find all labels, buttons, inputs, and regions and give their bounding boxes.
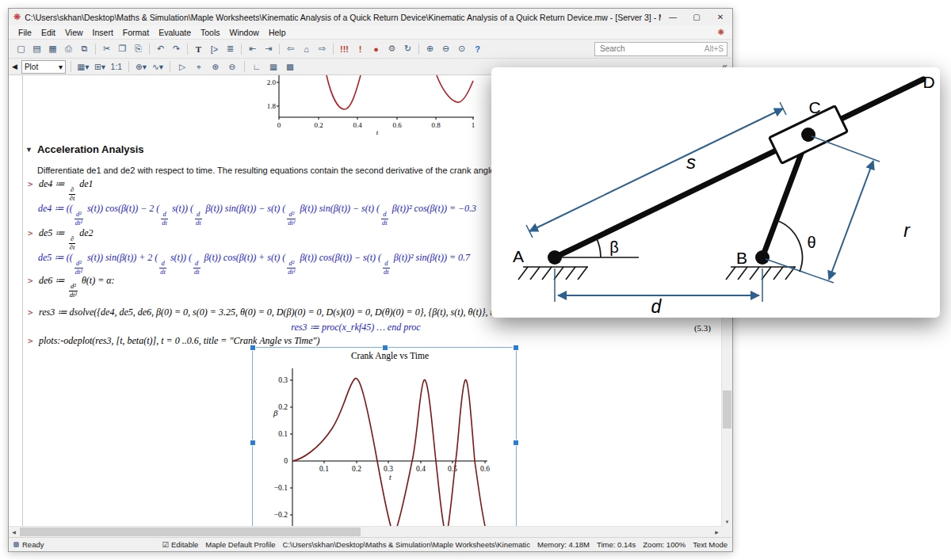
selection-handle[interactable]	[513, 440, 519, 446]
crank-xtick: 0.6	[480, 465, 490, 473]
scroll-down-icon[interactable]: ▼	[722, 516, 732, 527]
toolbar-separator	[244, 61, 245, 72]
dimension-s	[526, 102, 786, 238]
crank-ylabel: β	[273, 408, 278, 417]
zoom-reset-icon[interactable]: ⊙	[454, 42, 469, 56]
curve-style-dropdown-icon[interactable]: ∿▾	[151, 60, 165, 73]
maple-output-de5: de5 ≔ ((d²dt² s(t)) sin(β(t)) + 2 (ddt s…	[38, 252, 470, 276]
print-document-icon[interactable]: ⎙	[61, 42, 76, 56]
maple-cloud-icon[interactable]: ❋	[718, 28, 724, 36]
execute-all-icon[interactable]: !!!	[337, 42, 352, 56]
crank-ytick: −0.2	[274, 511, 288, 519]
crank-ytick: 0	[284, 457, 288, 465]
vertical-scroll-thumb[interactable]	[723, 390, 731, 429]
scroll-right-icon[interactable]: ▶	[712, 527, 722, 537]
actual-size-icon[interactable]: 1:1	[109, 60, 124, 73]
maple-input-res3[interactable]: >res3 ≔ dsolve({de4, de5, de6, β(0) = 0,…	[28, 307, 525, 318]
undo-icon[interactable]: ↶	[153, 42, 168, 56]
insert-maple-prompt-icon[interactable]: [>	[207, 42, 222, 56]
probe-info-dropdown-icon[interactable]: ⊕▾	[134, 60, 148, 73]
search-input[interactable]	[598, 44, 705, 54]
print-preview-icon[interactable]: ⧉	[77, 42, 92, 56]
copy-icon[interactable]: ❐	[115, 42, 130, 56]
save-document-icon[interactable]: ▦	[45, 42, 60, 56]
menu-tools[interactable]: Tools	[196, 28, 225, 37]
help-icon[interactable]: ?	[470, 42, 485, 56]
selection-handle[interactable]	[250, 345, 256, 351]
paste-icon[interactable]: ⎘	[131, 42, 146, 56]
maximize-button[interactable]: ▢	[685, 9, 708, 25]
menu-format[interactable]: Format	[118, 28, 154, 37]
angle-label-beta: β	[609, 238, 619, 256]
execute-icon[interactable]: !	[353, 42, 368, 56]
context-selector[interactable]: Plot ▾	[21, 60, 66, 74]
zoom-out-tool-icon[interactable]: ⊖	[225, 60, 239, 73]
pivot-a	[548, 250, 562, 265]
interrupt-icon[interactable]: ●	[369, 42, 384, 56]
dim-label-d: d	[651, 296, 663, 317]
joint-c	[801, 128, 815, 142]
previous-plot[interactable]: 2.0 1.8 0 0.2 0.4 0.6 0.8 1 t	[258, 75, 488, 135]
close-button[interactable]: ✕	[708, 9, 732, 25]
pointer-tool-icon[interactable]: ▷	[175, 60, 189, 73]
status-profile: Maple Default Profile	[205, 540, 275, 549]
insert-section-icon[interactable]: ≣	[223, 42, 238, 56]
debug-icon[interactable]: ⚙	[384, 42, 399, 56]
menu-insert[interactable]: Insert	[88, 28, 118, 37]
context-bar-handle-icon[interactable]: ◀	[12, 63, 17, 70]
horizontal-scroll-thumb[interactable]	[20, 528, 361, 536]
new-document-icon[interactable]: ▢	[13, 42, 29, 56]
cut-icon[interactable]: ✂	[99, 42, 114, 56]
menu-file[interactable]: File	[13, 28, 36, 37]
selection-handle[interactable]	[382, 345, 388, 351]
status-memory: Memory: 4.18M	[537, 540, 590, 549]
zoom-in-tool-icon[interactable]: ⊕	[208, 60, 223, 73]
pan-tool-icon[interactable]: ⌖	[192, 60, 206, 73]
home-icon[interactable]: ⌂	[299, 42, 314, 56]
maple-input-de4[interactable]: >de4 ≔ ∂∂t de1	[28, 178, 94, 202]
label-a: A	[513, 247, 524, 265]
plot-grid-dropdown-icon[interactable]: ▦▾	[76, 60, 90, 73]
status-ready: Ready	[13, 540, 44, 549]
section-heading[interactable]: ▼ Acceleration Analysis	[25, 143, 144, 155]
search-box: Alt+S	[594, 42, 728, 56]
maple-input-de6[interactable]: >de6 ≔ d²dt² θ(t) = α:	[28, 275, 115, 299]
menu-view[interactable]: View	[60, 28, 88, 37]
selection-handle[interactable]	[513, 345, 519, 351]
crank-curve	[292, 379, 485, 527]
insert-text-icon[interactable]: T	[191, 42, 206, 56]
editable-checkbox[interactable]: ☑ Editable	[162, 540, 198, 549]
scroll-left-icon[interactable]: ◀	[9, 527, 19, 537]
toolbar-separator	[128, 61, 129, 72]
maple-input-odeplot[interactable]: >plots:-odeplot(res3, [t, beta(t)], t = …	[28, 335, 320, 347]
axes-style-icon[interactable]: ∟	[250, 60, 264, 73]
crank-xtick: 0.5	[448, 465, 457, 473]
maple-input-de5[interactable]: >de5 ≔ ∂∂t de2	[28, 227, 94, 251]
crank-xtick: 0.3	[384, 465, 393, 473]
frame-style-icon[interactable]: ▩	[283, 60, 297, 73]
selection-handle[interactable]	[250, 440, 256, 446]
back-icon[interactable]: ⇦	[283, 42, 298, 56]
plot-layout-dropdown-icon[interactable]: ⊞▾	[93, 60, 107, 73]
zoom-out-icon[interactable]: ⊖	[438, 42, 453, 56]
toolbar-separator	[71, 61, 71, 72]
crank-ytick: 0.2	[278, 403, 288, 411]
menu-window[interactable]: Window	[225, 28, 264, 37]
forward-icon[interactable]: ⇨	[315, 42, 330, 56]
crank-ytick: 0.3	[278, 376, 288, 384]
status-time: Time: 0.14s	[597, 540, 636, 549]
gridlines-toggle-icon[interactable]: ▦	[266, 60, 281, 73]
menu-help[interactable]: Help	[264, 28, 291, 37]
restart-icon[interactable]: ↻	[400, 42, 415, 56]
open-document-icon[interactable]: ▤	[29, 42, 44, 56]
menu-evaluate[interactable]: Evaluate	[154, 28, 196, 37]
section-collapse-icon[interactable]: ▼	[25, 146, 32, 154]
outdent-section-icon[interactable]: ⇤	[245, 42, 260, 56]
redo-icon[interactable]: ↷	[169, 42, 184, 56]
menu-edit[interactable]: Edit	[36, 28, 60, 37]
crank-angle-plot[interactable]: Crank Angle vs Time 0.3	[252, 347, 517, 527]
minimize-button[interactable]: —	[661, 9, 685, 25]
indent-section-icon[interactable]: ⇥	[261, 42, 276, 56]
zoom-in-icon[interactable]: ⊕	[422, 42, 437, 56]
horizontal-scrollbar[interactable]: ◀ ▶	[9, 526, 722, 537]
